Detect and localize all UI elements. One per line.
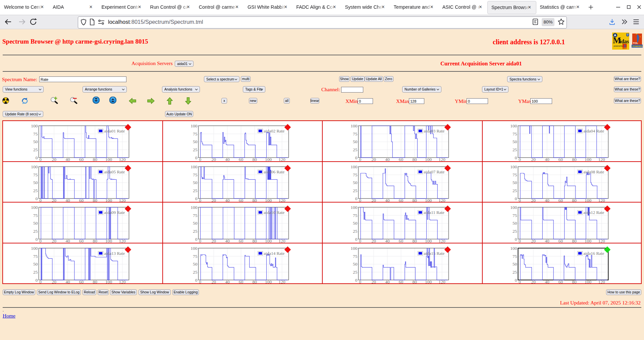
svg-text:0: 0 — [519, 197, 521, 202]
svg-text:120: 120 — [438, 157, 445, 162]
svg-text:50: 50 — [193, 221, 198, 226]
svg-text:50: 50 — [353, 262, 358, 267]
svg-text:100: 100 — [510, 123, 517, 128]
svg-text:100: 100 — [425, 197, 432, 202]
svg-text:aida09 Rate: aida09 Rate — [104, 210, 125, 215]
svg-text:120: 120 — [598, 279, 605, 284]
svg-text:60: 60 — [79, 279, 84, 284]
svg-text:0: 0 — [355, 277, 357, 282]
svg-text:120: 120 — [438, 197, 445, 202]
svg-text:100: 100 — [31, 123, 38, 128]
svg-text:80: 80 — [572, 197, 577, 202]
svg-text:aida07 Rate: aida07 Rate — [424, 169, 444, 174]
svg-text:20: 20 — [52, 157, 56, 162]
svg-text:40: 40 — [65, 157, 70, 162]
svg-text:75: 75 — [513, 131, 517, 136]
svg-text:100: 100 — [105, 157, 112, 162]
svg-text:0: 0 — [515, 237, 517, 242]
svg-text:50: 50 — [33, 180, 38, 185]
svg-text:40: 40 — [545, 157, 549, 162]
svg-text:100: 100 — [265, 279, 272, 284]
svg-text:powered by: powered by — [614, 45, 623, 47]
svg-text:120: 120 — [119, 279, 126, 284]
svg-text:0: 0 — [519, 157, 521, 162]
svg-text:aida08 Rate: aida08 Rate — [584, 169, 604, 174]
svg-text:60: 60 — [239, 238, 244, 243]
svg-text:aida04 Rate: aida04 Rate — [584, 128, 604, 133]
svg-text:40: 40 — [385, 238, 390, 243]
svg-text:50: 50 — [513, 262, 517, 267]
svg-text:80: 80 — [572, 238, 577, 243]
svg-text:40: 40 — [385, 279, 390, 284]
svg-text:60: 60 — [239, 157, 244, 162]
svg-text:75: 75 — [513, 213, 517, 218]
svg-text:50: 50 — [193, 139, 198, 144]
svg-text:50: 50 — [353, 180, 358, 185]
svg-text:0: 0 — [35, 155, 38, 160]
svg-text:50: 50 — [193, 262, 198, 267]
svg-text:100: 100 — [191, 123, 198, 128]
svg-text:100: 100 — [105, 238, 112, 243]
svg-text:120: 120 — [438, 279, 445, 284]
svg-text:0: 0 — [199, 238, 201, 243]
svg-text:50: 50 — [33, 139, 38, 144]
svg-text:60: 60 — [79, 238, 84, 243]
svg-text:aida06 Rate: aida06 Rate — [264, 169, 285, 174]
svg-text:0: 0 — [359, 157, 361, 162]
svg-text:25: 25 — [33, 188, 38, 193]
svg-text:120: 120 — [279, 279, 286, 284]
svg-text:0: 0 — [39, 157, 42, 162]
svg-text:40: 40 — [225, 197, 230, 202]
svg-text:75: 75 — [193, 253, 198, 259]
svg-text:0: 0 — [195, 237, 198, 242]
svg-text:20: 20 — [371, 197, 376, 202]
svg-text:40: 40 — [385, 197, 390, 202]
svg-text:100: 100 — [510, 164, 517, 169]
svg-text:50: 50 — [33, 221, 38, 226]
svg-text:aida01 Rate: aida01 Rate — [104, 128, 125, 133]
svg-text:0: 0 — [355, 237, 357, 242]
svg-text:120: 120 — [279, 238, 286, 243]
svg-text:80: 80 — [253, 238, 257, 243]
svg-text:50: 50 — [353, 221, 358, 226]
svg-text:100: 100 — [425, 157, 432, 162]
svg-text:0: 0 — [35, 237, 38, 242]
svg-text:75: 75 — [193, 213, 198, 218]
svg-text:40: 40 — [65, 279, 70, 284]
svg-text:80: 80 — [253, 279, 257, 284]
svg-text:75: 75 — [33, 213, 38, 218]
svg-text:80: 80 — [93, 238, 97, 243]
svg-text:aida10 Rate: aida10 Rate — [264, 210, 285, 215]
svg-text:120: 120 — [119, 197, 126, 202]
svg-text:25: 25 — [33, 147, 38, 152]
svg-text:60: 60 — [398, 157, 403, 162]
svg-text:80: 80 — [93, 157, 97, 162]
svg-text:75: 75 — [353, 213, 358, 218]
svg-text:25: 25 — [33, 270, 38, 275]
svg-text:25: 25 — [353, 229, 358, 234]
svg-text:40: 40 — [225, 157, 230, 162]
svg-text:25: 25 — [353, 188, 358, 193]
svg-text:100: 100 — [351, 246, 358, 251]
svg-text:idas: idas — [620, 39, 629, 44]
svg-text:aida14 Rate: aida14 Rate — [264, 251, 285, 256]
svg-text:100: 100 — [191, 205, 198, 210]
svg-text:0: 0 — [39, 238, 42, 243]
svg-text:25: 25 — [193, 188, 198, 193]
svg-text:80: 80 — [412, 279, 417, 284]
svg-text:120: 120 — [279, 157, 286, 162]
svg-text:100: 100 — [510, 246, 517, 251]
svg-text:0: 0 — [359, 197, 361, 202]
svg-text:TCL: TCL — [633, 42, 638, 45]
svg-text:100: 100 — [425, 279, 432, 284]
svg-text:25: 25 — [353, 147, 358, 152]
svg-text:0: 0 — [199, 279, 201, 284]
svg-text:20: 20 — [531, 157, 536, 162]
svg-text:25: 25 — [513, 270, 517, 275]
svg-text:0: 0 — [195, 277, 198, 282]
svg-text:60: 60 — [558, 157, 563, 162]
svg-text:40: 40 — [385, 157, 390, 162]
svg-text:40: 40 — [225, 279, 230, 284]
svg-text:aida16 Rate: aida16 Rate — [584, 251, 604, 256]
svg-text:25: 25 — [33, 229, 38, 234]
